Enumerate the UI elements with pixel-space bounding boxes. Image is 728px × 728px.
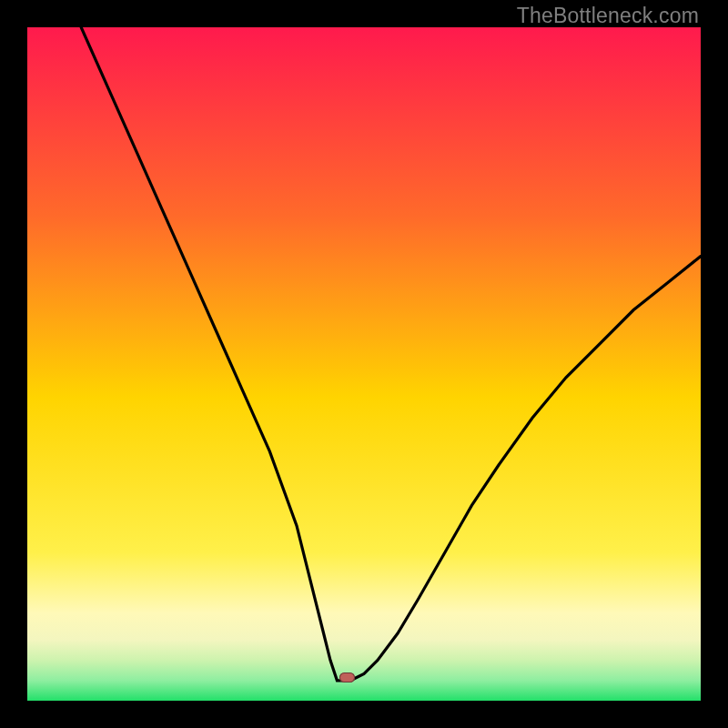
watermark-text: TheBottleneck.com <box>517 4 699 28</box>
chart-frame: TheBottleneck.com <box>0 0 728 728</box>
bottleneck-curve <box>27 27 701 701</box>
plot-area <box>27 27 701 701</box>
optimum-marker <box>339 672 355 682</box>
